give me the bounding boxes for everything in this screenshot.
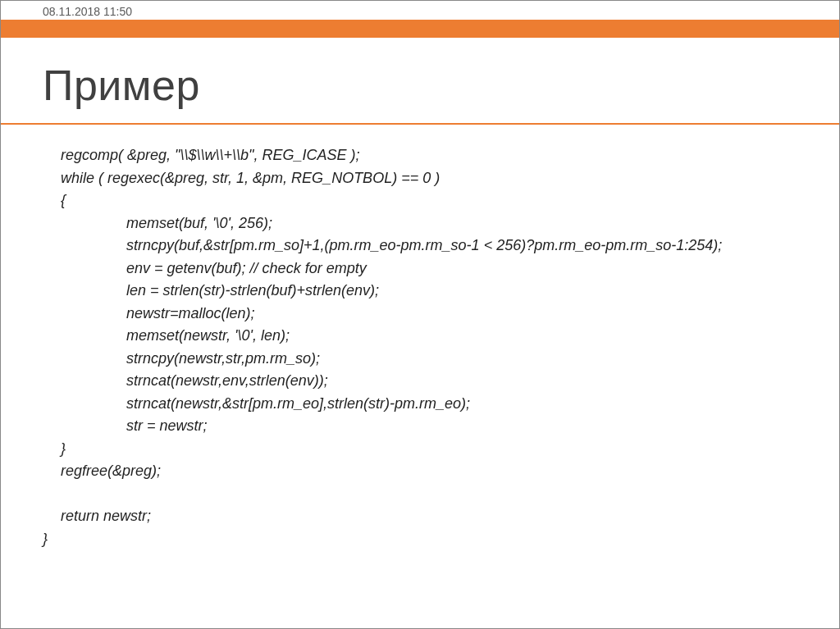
code-line: return newstr; (61, 508, 151, 524)
code-line: env = getenv(buf); // check for empty (61, 260, 367, 276)
code-line: len = strlen(str)-strlen(buf)+strlen(env… (61, 282, 379, 299)
code-line: newstr=malloc(len); (61, 305, 255, 321)
code-example: regcomp( &preg, "\\$\\w\\+\\b", REG_ICAS… (61, 144, 807, 550)
code-line: strncpy(buf,&str[pm.rm_so]+1,(pm.rm_eo-p… (61, 237, 722, 253)
code-line: regfree(&preg); (61, 463, 161, 479)
title-underline (1, 123, 839, 125)
code-line: strncat(newstr,&str[pm.rm_eo],strlen(str… (61, 395, 470, 412)
code-line: memset(buf, '\0', 256); (61, 215, 272, 231)
code-line: regcomp( &preg, "\\$\\w\\+\\b", REG_ICAS… (61, 147, 359, 163)
code-line: { (61, 192, 66, 208)
code-line: strncat(newstr,env,strlen(env)); (61, 372, 328, 389)
code-line: str = newstr; (61, 417, 208, 434)
slide-title: Пример (43, 61, 200, 110)
code-line: strncpy(newstr,str,pm.rm_so); (61, 350, 320, 367)
code-line: while ( regexec(&preg, str, 1, &pm, REG_… (61, 170, 440, 186)
header-accent-bar (1, 20, 839, 38)
timestamp-label: 08.11.2018 11:50 (43, 5, 132, 18)
code-closing-brace: } (43, 531, 48, 547)
code-line: } (61, 440, 66, 457)
code-line: memset(newstr, '\0', len); (61, 327, 290, 344)
